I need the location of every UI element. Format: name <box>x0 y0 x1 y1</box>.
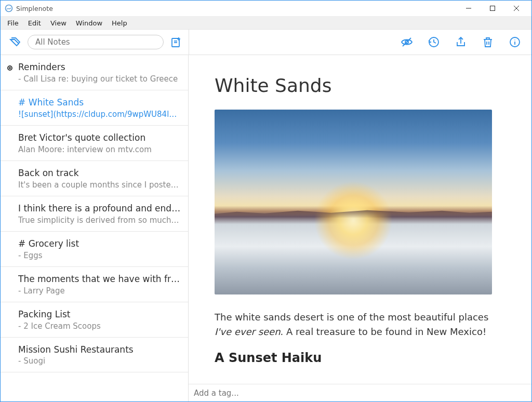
titlebar: Simplenote <box>1 1 531 16</box>
menubar: File Edit View Window Help <box>1 16 531 30</box>
svg-point-5 <box>12 39 14 41</box>
note-item-preview: Alan Moore: interview on mtv.com <box>18 145 181 154</box>
para-text-tail: . A real treasure to be found in New Mex… <box>281 326 487 337</box>
tags-icon[interactable] <box>9 36 21 48</box>
svg-rect-2 <box>490 6 495 11</box>
window-controls <box>457 1 528 16</box>
note-paragraph[interactable]: The white sands desert is one of the mos… <box>215 310 500 339</box>
note-item-preview: It's been a couple months since I posted… <box>18 180 181 190</box>
preview-toggle-icon[interactable] <box>401 36 413 48</box>
note-list-item[interactable]: Back on trackIt's been a couple months s… <box>1 161 188 196</box>
info-icon[interactable] <box>509 36 521 48</box>
maximize-button[interactable] <box>481 1 504 16</box>
search-input[interactable] <box>35 37 156 47</box>
note-list-item[interactable]: # White Sands![sunset](https://cldup.com… <box>1 90 188 126</box>
window-title: Simplenote <box>16 5 53 12</box>
close-button[interactable] <box>504 1 528 16</box>
para-text-em: I've ever seen <box>215 326 281 337</box>
tag-input[interactable] <box>194 388 526 398</box>
note-list-item[interactable]: I think there is a profound and enduring… <box>1 196 188 232</box>
note-item-title: Mission Sushi Restaurants <box>18 344 181 356</box>
history-icon[interactable] <box>428 36 440 48</box>
note-item-preview: - Call Lisa re: buying our ticket to Gre… <box>18 74 181 84</box>
note-list-item[interactable]: Reminders- Call Lisa re: buying our tick… <box>1 58 188 90</box>
note-item-preview: - 2 Ice Cream Scoops <box>18 321 181 331</box>
note-subheading[interactable]: A Sunset Haiku <box>215 351 500 365</box>
note-item-title: Reminders <box>18 61 181 73</box>
toolbar <box>1 30 531 55</box>
note-item-preview: True simplicity is derived from so much … <box>18 216 181 225</box>
note-list-item[interactable]: The moments that we have with friend...-… <box>1 267 188 302</box>
menu-edit[interactable]: Edit <box>23 18 46 28</box>
note-list-scroll[interactable]: Reminders- Call Lisa re: buying our tick… <box>1 55 188 401</box>
note-item-title: Back on track <box>18 167 181 179</box>
menu-view[interactable]: View <box>46 18 71 28</box>
svg-point-19 <box>514 39 515 41</box>
note-item-preview: - Larry Page <box>18 286 181 296</box>
note-image-sunset <box>215 110 492 294</box>
note-item-title: # White Sands <box>18 97 181 109</box>
note-item-preview: - Eggs <box>18 251 181 260</box>
note-list-item[interactable]: Bret Victor's quote collectionAlan Moore… <box>1 126 188 161</box>
para-text-lead: The white sands desert is one of the mos… <box>215 312 488 323</box>
menu-window[interactable]: Window <box>71 18 107 28</box>
note-list-item[interactable]: # Grocery list- Eggs <box>1 232 188 267</box>
editor-pane: White Sands The white sands desert is on… <box>189 55 531 401</box>
note-title-heading[interactable]: White Sands <box>215 75 500 96</box>
pin-icon <box>7 65 12 71</box>
note-item-preview: - Suogi <box>18 356 181 366</box>
note-item-title: Packing List <box>18 309 181 320</box>
svg-point-0 <box>6 5 12 12</box>
minimize-button[interactable] <box>457 1 481 16</box>
trash-icon[interactable] <box>482 36 494 48</box>
menu-file[interactable]: File <box>3 18 23 28</box>
note-item-title: I think there is a profound and enduring <box>18 203 181 215</box>
note-list: Reminders- Call Lisa re: buying our tick… <box>1 55 189 401</box>
share-icon[interactable] <box>455 36 467 48</box>
note-list-item[interactable]: Mission Sushi Restaurants- Suogi <box>1 338 188 373</box>
new-note-button[interactable] <box>170 36 182 48</box>
note-item-preview: ![sunset](https://cldup.com/9wpWU84l3n.j… <box>18 110 181 119</box>
app-icon <box>5 4 13 12</box>
search-input-wrapper[interactable] <box>28 35 164 49</box>
note-list-item[interactable]: Packing List- 2 Ice Cream Scoops <box>1 302 188 338</box>
note-item-title: # Grocery list <box>18 238 181 250</box>
svg-line-12 <box>403 38 411 46</box>
note-item-title: Bret Victor's quote collection <box>18 132 181 144</box>
menu-help[interactable]: Help <box>107 18 132 28</box>
tag-bar[interactable] <box>189 384 531 401</box>
note-item-title: The moments that we have with friend... <box>18 273 181 285</box>
editor-scroll[interactable]: White Sands The white sands desert is on… <box>189 55 531 384</box>
